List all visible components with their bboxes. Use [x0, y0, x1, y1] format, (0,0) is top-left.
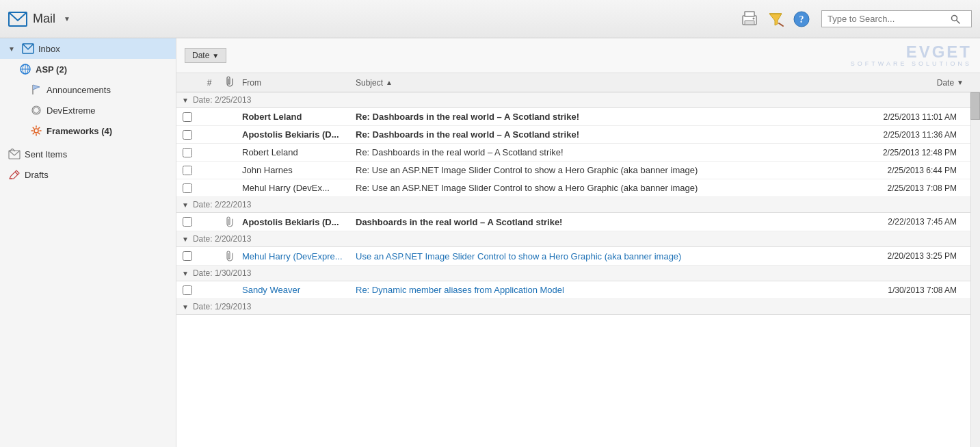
- email-table-header: # From Subject ▲ Date ▼: [176, 73, 980, 92]
- sidebar-item-asp[interactable]: ASP (2): [0, 59, 176, 79]
- svg-point-17: [34, 129, 38, 133]
- inbox-icon: [22, 42, 34, 55]
- header-from-col[interactable]: From: [239, 78, 356, 88]
- email-date: 2/25/2013 11:01 AM: [861, 112, 970, 122]
- group-expand-arrow[interactable]: ▼: [182, 235, 189, 243]
- group-date-label: Date: 1/29/2013: [193, 302, 251, 311]
- email-from: John Harnes: [239, 165, 356, 175]
- table-row[interactable]: Mehul Harry (DevEx...Re: Use an ASP.NET …: [176, 179, 980, 197]
- group-expand-arrow[interactable]: ▼: [182, 201, 189, 209]
- email-checkbox[interactable]: [183, 251, 192, 261]
- filter-button[interactable]: [767, 11, 784, 27]
- email-from: Robert Leland: [239, 112, 356, 122]
- paperclip-icon: [226, 216, 235, 227]
- devextreme-label: DevExtreme: [47, 105, 168, 116]
- email-group-header: ▼ Date: 1/30/2013: [176, 266, 980, 281]
- email-checkbox-cell: [176, 166, 198, 175]
- table-row[interactable]: Sandy WeaverRe: Dynamic member aliases f…: [176, 281, 980, 299]
- email-from: Sandy Weaver: [239, 285, 356, 295]
- email-checkbox-cell: [176, 183, 198, 193]
- app-dropdown-arrow[interactable]: ▼: [64, 15, 70, 23]
- svg-point-4: [753, 17, 755, 19]
- sidebar-item-announcements[interactable]: Announcements: [0, 79, 176, 100]
- from-col-label: From: [242, 78, 261, 88]
- email-subject: Re: Dashboards in the real world – A Sco…: [356, 112, 861, 122]
- sidebar-item-devextreme[interactable]: DevExtreme: [0, 100, 176, 120]
- email-from: Apostolis Bekiaris (D...: [239, 129, 356, 140]
- table-row[interactable]: Robert LelandRe: Dashboards in the real …: [176, 144, 980, 162]
- table-row[interactable]: John HarnesRe: Use an ASP.NET Image Slid…: [176, 162, 980, 179]
- sent-items-label: Sent Items: [25, 149, 168, 159]
- toolbar: Mail ▼ ?: [0, 0, 980, 38]
- email-checkbox[interactable]: [183, 148, 192, 157]
- date-col-label: Date: [937, 78, 954, 88]
- group-date-label: Date: 2/22/2013: [193, 200, 251, 209]
- search-input[interactable]: [827, 14, 951, 24]
- email-date: 2/25/2013 7:08 PM: [861, 183, 970, 193]
- header-subject-col[interactable]: Subject ▲: [356, 78, 871, 88]
- date-sort-label: Date: [192, 51, 209, 60]
- header-date-col[interactable]: Date ▼: [871, 78, 980, 88]
- flag-icon: [30, 84, 42, 96]
- svg-rect-3: [745, 12, 754, 16]
- email-subject: Re: Dashboards in the real world – A Sco…: [356, 147, 861, 157]
- email-checkbox[interactable]: [183, 166, 192, 175]
- table-row[interactable]: Mehul Harry (DevExpre...Use an ASP.NET I…: [176, 247, 980, 266]
- group-date-label: Date: 2/20/2013: [193, 234, 251, 244]
- inbox-expand-arrow[interactable]: ▼: [8, 45, 18, 53]
- email-group-header: ▼ Date: 1/29/2013: [176, 299, 980, 315]
- email-group-header: ▼ Date: 2/25/2013: [176, 92, 980, 108]
- email-attach-cell: [220, 251, 239, 261]
- email-subject: Re: Dashboards in the real world – A Sco…: [356, 129, 861, 140]
- svg-line-21: [15, 172, 18, 175]
- email-checkbox-cell: [176, 285, 198, 295]
- scrollbar-track[interactable]: [970, 92, 980, 447]
- email-checkbox[interactable]: [183, 183, 192, 193]
- email-group-header: ▼ Date: 2/22/2013: [176, 197, 980, 213]
- devextreme-icon: [30, 104, 42, 116]
- help-button[interactable]: ?: [793, 11, 810, 27]
- sidebar-item-frameworks[interactable]: Frameworks (4): [0, 120, 176, 141]
- email-checkbox[interactable]: [183, 217, 192, 227]
- svg-rect-2: [745, 21, 754, 25]
- email-date: 2/25/2013 12:48 PM: [861, 148, 970, 157]
- svg-line-9: [957, 21, 959, 23]
- group-expand-arrow[interactable]: ▼: [182, 303, 189, 311]
- scrollbar-thumb[interactable]: [970, 92, 980, 120]
- main-content: ▼ Inbox ASP (2): [0, 38, 980, 447]
- group-expand-arrow[interactable]: ▼: [182, 270, 189, 277]
- search-box: [821, 10, 972, 27]
- sidebar-item-inbox[interactable]: ▼ Inbox: [0, 38, 176, 59]
- toolbar-action-icons: ?: [741, 11, 810, 27]
- mail-icon: [8, 12, 27, 27]
- email-date: 2/22/2013 7:45 AM: [861, 217, 970, 227]
- email-checkbox-cell: [176, 112, 198, 122]
- table-row[interactable]: Robert LelandRe: Dashboards in the real …: [176, 108, 980, 126]
- table-row[interactable]: Apostolis Bekiaris (D...Re: Dashboards i…: [176, 126, 980, 144]
- globe-icon: [19, 63, 31, 75]
- date-sort-button[interactable]: Date ▼: [185, 48, 226, 63]
- group-date-label: Date: 1/30/2013: [193, 268, 251, 278]
- email-checkbox[interactable]: [183, 130, 192, 140]
- print-button[interactable]: [741, 11, 758, 27]
- email-checkbox[interactable]: [183, 112, 192, 122]
- subject-col-label: Subject: [356, 78, 383, 88]
- sidebar-item-drafts[interactable]: Drafts: [0, 164, 176, 185]
- email-checkbox[interactable]: [183, 285, 192, 295]
- email-from: Robert Leland: [239, 147, 356, 157]
- email-date: 2/25/2013 11:36 AM: [861, 130, 970, 140]
- email-checkbox-cell: [176, 148, 198, 157]
- email-subject: Re: Dynamic member aliases from Applicat…: [356, 285, 861, 295]
- group-expand-arrow[interactable]: ▼: [182, 97, 189, 104]
- email-list: ▼ Date: 2/25/2013Robert LelandRe: Dashbo…: [176, 92, 980, 447]
- email-subject: Dashboards in the real world – A Scotlan…: [356, 217, 861, 227]
- table-row[interactable]: Apostolis Bekiaris (D...Dashboards in th…: [176, 213, 980, 231]
- email-from: Mehul Harry (DevExpre...: [239, 251, 356, 261]
- drafts-icon: [8, 168, 21, 181]
- group-date-label: Date: 2/25/2013: [193, 95, 251, 105]
- gear-icon: [30, 125, 42, 137]
- drafts-label: Drafts: [25, 170, 168, 180]
- email-subject: Re: Use an ASP.NET Image Slider Control …: [356, 183, 861, 193]
- email-checkbox-cell: [176, 130, 198, 140]
- sidebar-item-sent-items[interactable]: Sent Items: [0, 144, 176, 164]
